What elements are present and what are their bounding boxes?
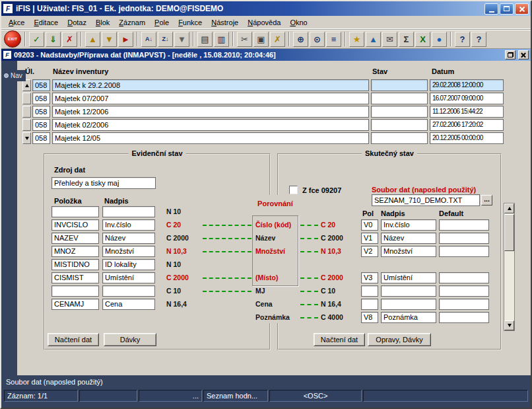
maximize-button[interactable] <box>500 3 514 15</box>
rollback-button[interactable]: ✗ <box>62 32 77 47</box>
scrollbar-thumb[interactable] <box>504 214 514 251</box>
menu-akce[interactable]: Akce <box>4 17 29 28</box>
menu-pole[interactable]: Pole <box>150 17 174 28</box>
default-field[interactable] <box>439 272 489 283</box>
settings-button[interactable]: ★ <box>349 32 364 47</box>
chart-button[interactable]: ▲ <box>366 32 381 47</box>
pol-nadpis-field[interactable]: Množství <box>381 246 436 257</box>
pol-nadpis-field[interactable]: Poznámka <box>381 312 436 323</box>
pol-nadpis-field[interactable]: Název <box>381 233 436 244</box>
polozka-field[interactable] <box>51 285 99 297</box>
erase-button[interactable]: ✗ <box>270 32 285 47</box>
nav-tab[interactable]: Nav <box>1 70 26 81</box>
default-field[interactable] <box>439 233 489 244</box>
print-button[interactable]: ▤ <box>197 32 213 47</box>
nazev-field[interactable]: Majetek 12/05 <box>52 132 369 144</box>
context-help-button[interactable]: ? <box>471 32 486 47</box>
soubor-dat-field[interactable]: SEZNAM_710_DEMO.TXT <box>372 194 480 206</box>
scrollbar-down-button[interactable] <box>504 320 514 330</box>
datum-field[interactable]: 20.12.2005 00:00:00 <box>430 132 504 144</box>
mail-button[interactable]: ✉ <box>382 32 397 47</box>
polozka-field[interactable]: CENAMJ <box>51 299 99 310</box>
default-field[interactable] <box>439 285 489 297</box>
nav-panel[interactable] <box>1 61 17 375</box>
datum-field[interactable]: 11.12.2006 15:44:22 <box>430 106 504 118</box>
davky-button[interactable]: Dávky <box>104 333 156 346</box>
pol-field[interactable]: V1 <box>361 233 378 244</box>
datum-field[interactable]: 29.02.2008 12:00:00 <box>430 79 504 91</box>
polozka-field[interactable]: MNOZ <box>51 246 99 257</box>
polozka-field[interactable] <box>51 206 99 217</box>
menu-nastroje[interactable]: Nástroje <box>207 17 243 28</box>
copy-button[interactable]: ▣ <box>253 32 269 47</box>
previous-block-button[interactable]: ▲ <box>85 32 100 47</box>
record-scroll-track[interactable] <box>22 119 31 131</box>
pol-field[interactable]: V0 <box>361 219 378 231</box>
ul-field[interactable]: 058 <box>32 79 50 91</box>
polozka-field[interactable]: CISMIST <box>51 272 99 283</box>
search-button[interactable]: ⊙ <box>310 32 325 47</box>
datum-field[interactable]: 27.02.2006 17:20:02 <box>430 119 504 131</box>
save-button[interactable]: ⇓ <box>46 32 61 47</box>
nazev-field[interactable]: Majetek 12/2006 <box>52 106 369 118</box>
default-field[interactable] <box>439 312 489 323</box>
menu-napoveda[interactable]: Nápověda <box>243 17 285 28</box>
ul-field[interactable]: 058 <box>32 106 50 118</box>
polozka-field[interactable]: NAZEV <box>51 233 99 244</box>
stav-field[interactable] <box>371 132 428 144</box>
ul-field[interactable]: 058 <box>32 132 50 144</box>
pol-field[interactable]: V3 <box>361 272 378 283</box>
nadpis-field[interactable]: Množství <box>102 246 155 257</box>
cut-button[interactable]: ✂ <box>237 32 252 47</box>
next-block-button[interactable]: ▼ <box>102 32 117 47</box>
pol-field[interactable] <box>361 285 378 297</box>
menu-funkce[interactable]: Funkce <box>174 17 207 28</box>
menu-dotaz[interactable]: Dotaz <box>63 17 91 28</box>
pol-nadpis-field[interactable] <box>381 285 436 297</box>
nazev-field[interactable]: Majetek 07/2007 <box>52 93 369 104</box>
nadpis-field[interactable] <box>102 285 155 297</box>
menu-blok[interactable]: Blok <box>91 17 114 28</box>
pol-field[interactable] <box>361 299 378 310</box>
polozka-field[interactable]: INVCISLO <box>51 219 99 231</box>
nacteni-dat-button[interactable]: Načtení dat <box>314 333 365 346</box>
pol-field[interactable]: V2 <box>361 246 378 257</box>
exit-button[interactable]: EXIT <box>4 30 21 48</box>
polozka-field[interactable]: MISTIDNO <box>51 259 99 270</box>
scrollbar-up-button[interactable] <box>504 204 514 213</box>
nadpis-field[interactable]: Umístění <box>102 272 155 283</box>
zoom-button[interactable]: ⊕ <box>293 32 308 47</box>
commit-button[interactable]: ✓ <box>29 32 44 47</box>
record-scroll-down-button[interactable] <box>22 132 31 144</box>
stav-field[interactable] <box>371 79 428 91</box>
pol-nadpis-field[interactable] <box>381 299 436 310</box>
sort-asc-button[interactable]: A↓ <box>141 32 156 47</box>
menu-zaznam[interactable]: Záznam <box>114 17 150 28</box>
nadpis-field[interactable]: Název <box>102 233 155 244</box>
zdroj-dat-field[interactable]: Přehledy a tisky maj <box>51 177 156 189</box>
minimize-button[interactable] <box>484 3 498 15</box>
stav-field[interactable] <box>371 93 428 104</box>
sum-button[interactable]: Σ <box>399 32 414 47</box>
nacteni-dat-button[interactable]: Načtení dat <box>48 333 99 346</box>
pol-field[interactable]: V8 <box>361 312 378 323</box>
default-field[interactable] <box>439 246 489 257</box>
nadpis-field[interactable]: Cena <box>102 299 155 310</box>
pol-nadpis-field[interactable]: Umístění <box>381 272 436 283</box>
z-fce-checkbox[interactable] <box>289 186 298 194</box>
clear-form-button[interactable]: ► <box>118 32 133 47</box>
close-button[interactable] <box>515 3 529 15</box>
ul-field[interactable]: 058 <box>32 119 50 131</box>
menu-okno[interactable]: Okno <box>285 17 312 28</box>
ul-field[interactable]: 058 <box>32 93 50 104</box>
nazev-field[interactable]: Majetek 02/2006 <box>52 119 369 131</box>
help-button[interactable]: ? <box>455 32 470 47</box>
web-button[interactable]: ● <box>432 32 447 47</box>
default-field[interactable] <box>439 219 489 231</box>
nadpis-field[interactable]: Inv.číslo <box>102 219 155 231</box>
pol-nadpis-field[interactable]: Inv.číslo <box>381 219 436 231</box>
menu-editace[interactable]: Editace <box>29 17 63 28</box>
child-restore-button[interactable] <box>505 50 515 59</box>
record-scroll-track[interactable] <box>22 93 31 104</box>
nadpis-field[interactable] <box>102 206 155 217</box>
